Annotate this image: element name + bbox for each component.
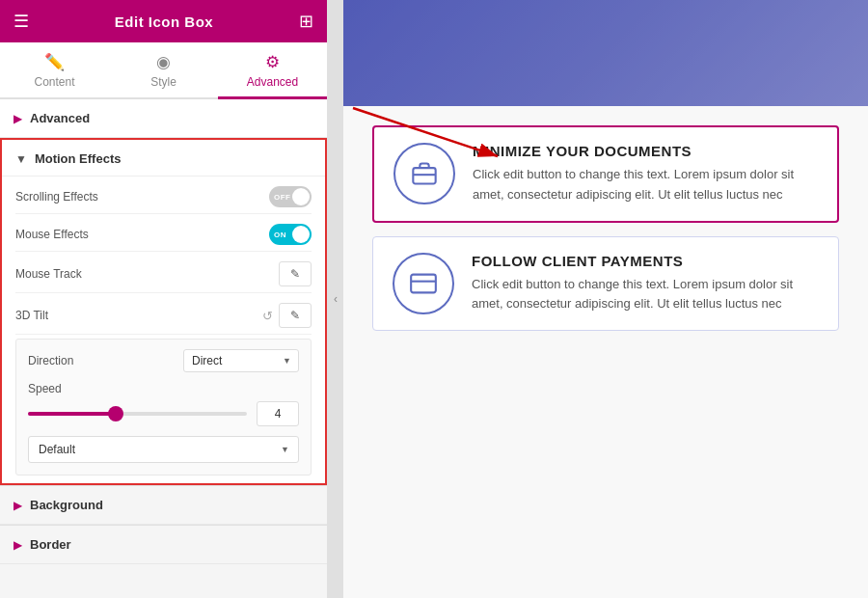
briefcase-icon xyxy=(411,160,438,187)
mouse-track-label: Mouse Track xyxy=(15,267,82,281)
card-2-title: FOLLOW CLIENT PAYMENTS xyxy=(472,253,819,269)
card-1-icon-wrap xyxy=(393,143,455,204)
svg-rect-2 xyxy=(413,168,435,183)
card-2-icon-wrap xyxy=(393,253,454,314)
panel-header: ☰ Edit Icon Box ⊞ xyxy=(0,0,327,42)
border-chevron-icon: ▶ xyxy=(14,538,22,552)
speed-input[interactable] xyxy=(257,401,299,426)
default-select-wrapper: Default Custom xyxy=(28,436,299,463)
tilt-3d-label: 3D Tilt xyxy=(15,309,48,322)
tilt-3d-edit-button[interactable]: ✎ xyxy=(279,303,312,328)
hamburger-icon[interactable]: ☰ xyxy=(14,11,29,32)
background-section-row[interactable]: ▶ Background xyxy=(0,485,327,525)
hero-overlay xyxy=(343,0,868,106)
motion-effects-header[interactable]: ▼ Motion Effects xyxy=(2,140,325,177)
tilt-reset-icon[interactable]: ↺ xyxy=(262,309,273,323)
background-chevron-icon: ▶ xyxy=(14,499,22,512)
direction-row: Direction Direct Opposite xyxy=(28,349,299,372)
content-icon: ✏️ xyxy=(44,52,65,72)
tilt-3d-row: 3D Tilt ↺ ✎ xyxy=(15,293,312,335)
tab-style-label: Style xyxy=(150,75,176,89)
tab-content-label: Content xyxy=(34,75,74,89)
direction-select-wrapper: Direct Opposite xyxy=(183,349,299,372)
left-panel: ☰ Edit Icon Box ⊞ ✏️ Content ◉ Style ⚙ A… xyxy=(0,0,328,598)
mouse-toggle-knob xyxy=(292,226,310,243)
speed-label: Speed xyxy=(28,382,299,395)
direction-label: Direction xyxy=(28,354,73,367)
card-2: FOLLOW CLIENT PAYMENTS Click edit button… xyxy=(372,236,839,332)
panel-body: ▶ Advanced ▼ Motion Effects Scrolling Ef… xyxy=(0,99,327,598)
speed-section: Speed xyxy=(28,382,299,426)
speed-slider-fill xyxy=(28,412,116,416)
card-1-text: MINIMIZE YOUR DOCUMENTS Click edit butto… xyxy=(473,143,818,205)
motion-effects-body: Scrolling Effects OFF Mouse Effects ON xyxy=(2,177,325,483)
motion-effects-title: Motion Effects xyxy=(35,151,122,166)
speed-row xyxy=(28,401,299,426)
card-2-text: FOLLOW CLIENT PAYMENTS Click edit button… xyxy=(472,253,819,315)
tab-style[interactable]: ◉ Style xyxy=(109,42,218,99)
mouse-track-edit-button[interactable]: ✎ xyxy=(279,261,312,286)
speed-slider-track[interactable] xyxy=(28,412,247,416)
cards-area: MINIMIZE YOUR DOCUMENTS Click edit butto… xyxy=(343,106,868,598)
scrolling-effects-row: Scrolling Effects OFF xyxy=(15,177,312,214)
credit-card-icon xyxy=(410,270,437,297)
motion-effects-chevron-icon: ▼ xyxy=(15,152,27,166)
svg-rect-4 xyxy=(411,274,436,292)
right-content: MINIMIZE YOUR DOCUMENTS Click edit butto… xyxy=(343,0,868,598)
panel-resize-arrow[interactable]: ‹ xyxy=(328,0,343,598)
mouse-effects-row: Mouse Effects ON xyxy=(15,214,312,252)
advanced-section-label: Advanced xyxy=(30,111,90,125)
mouse-effects-label: Mouse Effects xyxy=(15,228,89,241)
grid-icon[interactable]: ⊞ xyxy=(299,11,313,32)
tab-advanced[interactable]: ⚙ Advanced xyxy=(218,42,327,99)
scrolling-effects-toggle[interactable]: OFF xyxy=(269,186,312,207)
tab-content[interactable]: ✏️ Content xyxy=(0,42,109,99)
card-1-body: Click edit button to change this text. L… xyxy=(473,165,818,205)
card-2-body: Click edit button to change this text. L… xyxy=(472,275,819,315)
mouse-effects-toggle[interactable]: ON xyxy=(269,224,312,245)
mouse-track-row: Mouse Track ✎ xyxy=(15,252,312,293)
panel-title: Edit Icon Box xyxy=(115,14,213,30)
advanced-icon: ⚙ xyxy=(265,52,280,72)
scrolling-off-label: OFF xyxy=(274,193,291,202)
advanced-section-row[interactable]: ▶ Advanced xyxy=(0,99,327,138)
border-section-row[interactable]: ▶ Border xyxy=(0,525,327,564)
advanced-chevron-icon: ▶ xyxy=(14,112,22,125)
default-select[interactable]: Default Custom xyxy=(28,436,299,463)
card-1-title: MINIMIZE YOUR DOCUMENTS xyxy=(473,143,818,159)
tab-advanced-label: Advanced xyxy=(247,75,298,89)
mouse-on-label: ON xyxy=(274,231,286,239)
panel-tabs: ✏️ Content ◉ Style ⚙ Advanced xyxy=(0,42,327,99)
speed-slider-thumb[interactable] xyxy=(108,406,123,421)
tilt-controls: ↺ ✎ xyxy=(262,303,312,328)
border-section-label: Border xyxy=(30,537,71,552)
scrolling-toggle-knob xyxy=(292,188,310,205)
scrolling-effects-label: Scrolling Effects xyxy=(15,190,98,204)
tilt-sub-section: Direction Direct Opposite Speed xyxy=(15,339,312,476)
card-1: MINIMIZE YOUR DOCUMENTS Click edit butto… xyxy=(372,125,839,223)
motion-effects-box: ▼ Motion Effects Scrolling Effects OFF M… xyxy=(0,138,327,485)
direction-select[interactable]: Direct Opposite xyxy=(183,349,299,372)
style-icon: ◉ xyxy=(156,52,171,72)
background-section-label: Background xyxy=(30,498,103,512)
hero-area xyxy=(343,0,868,106)
